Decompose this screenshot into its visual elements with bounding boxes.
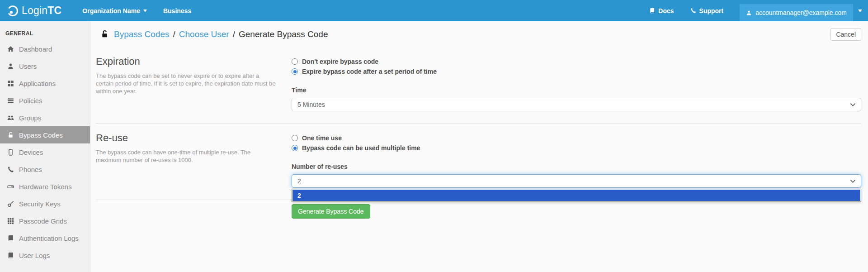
sidebar-item-label: Dashboard [19, 45, 52, 53]
radio-label: Expire bypass code after a set period of… [302, 68, 437, 75]
sidebar-item-groups[interactable]: Groups [0, 109, 90, 126]
reuse-radio-group: One time useBypass code can be used mult… [292, 134, 861, 152]
sidebar-item-dashboard[interactable]: Dashboard [0, 40, 90, 57]
number-of-reuses-label: Number of re-uses [292, 163, 861, 170]
sidebar-item-users[interactable]: Users [0, 57, 90, 75]
list-icon [6, 97, 15, 104]
sidebar-item-authentication-logs[interactable]: Authentication Logs [0, 229, 90, 247]
radio-selected-icon[interactable] [292, 68, 298, 75]
caret-down-icon [143, 10, 147, 12]
expiration-title: Expiration [96, 56, 283, 67]
reuse-radio-one-time-use[interactable]: One time use [292, 134, 861, 142]
plan-link[interactable]: Business [163, 7, 191, 14]
expiration-radio-don-t-expire-bypass-code[interactable]: Don't expire bypass code [292, 58, 861, 65]
support-label: Support [699, 7, 724, 14]
sidebar-item-applications[interactable]: Applications [0, 75, 90, 92]
reuse-count-select[interactable]: 2 [292, 174, 861, 188]
sidebar-item-bypass-codes[interactable]: Bypass Codes [0, 126, 90, 143]
sidebar-item-user-logs[interactable]: User Logs [0, 247, 90, 264]
docs-link[interactable]: Docs [649, 7, 674, 14]
form-footer: Generate Bypass Code [96, 200, 861, 219]
logintc-logo[interactable]: LoginTC [6, 5, 61, 17]
breadcrumb-choose-user[interactable]: Choose User [179, 29, 229, 39]
book-icon [649, 8, 655, 14]
radio-selected-icon[interactable] [292, 145, 298, 151]
chevron-down-icon [850, 180, 855, 183]
select-option-2[interactable]: 2 [292, 190, 860, 201]
sidebar-item-passcode-grids[interactable]: Passcode Grids [0, 212, 90, 229]
home-icon [6, 46, 15, 52]
sidebar-item-label: Hardware Tokens [19, 183, 71, 191]
sidebar-item-label: Policies [19, 97, 42, 105]
sidebar-item-label: Groups [19, 114, 41, 122]
sidebar: GENERAL DashboardUsersApplicationsPolici… [0, 21, 90, 272]
organization-dropdown[interactable]: Organization Name [82, 7, 147, 14]
sidebar-item-hardware-tokens[interactable]: Hardware Tokens [0, 178, 90, 195]
hdd-icon [6, 183, 15, 190]
expiration-description: The bypass code can be set to never expi… [96, 72, 277, 95]
key-icon [6, 200, 15, 207]
mobile-icon [6, 149, 15, 156]
navbar-right: Docs Support accountmanager@example.com [649, 0, 868, 21]
sidebar-nav: DashboardUsersApplicationsPoliciesGroups… [0, 40, 90, 264]
grid-large-icon [6, 80, 15, 87]
reuse-info: Re-use The bypass code can have one-time… [96, 124, 292, 188]
reuse-description: The bypass code can have one-time of mul… [96, 148, 277, 164]
sidebar-item-label: Phones [19, 166, 42, 173]
radio-unselected-icon[interactable] [292, 58, 298, 65]
users-icon [6, 115, 15, 121]
support-link[interactable]: Support [690, 7, 724, 14]
sidebar-item-label: Applications [19, 80, 56, 87]
main-content: Bypass Codes/Choose User/Generate Bypass… [90, 21, 868, 272]
phone-icon [690, 8, 696, 14]
expiration-controls: Don't expire bypass codeExpire bypass co… [292, 47, 861, 111]
sidebar-section-heading: GENERAL [5, 30, 90, 37]
sidebar-item-policies[interactable]: Policies [0, 92, 90, 109]
sidebar-item-label: Bypass Codes [19, 131, 63, 139]
sidebar-item-label: Authentication Logs [19, 234, 79, 242]
logintc-spiral-icon [6, 5, 19, 17]
time-select-value: 5 Minutes [297, 101, 325, 108]
brand-text: LoginTC [22, 5, 61, 17]
account-menu[interactable]: accountmanager@example.com [740, 4, 853, 21]
docs-label: Docs [658, 7, 674, 14]
reuse-select-dropdown: 2 [292, 189, 861, 202]
sidebar-item-label: Devices [19, 148, 43, 156]
reuse-count-value: 2 [297, 177, 301, 185]
grid-icon [6, 218, 15, 224]
sidebar-item-devices[interactable]: Devices [0, 143, 90, 161]
user-icon [6, 63, 15, 70]
radio-label: One time use [302, 134, 342, 142]
expiration-section: Expiration The bypass code can be set to… [96, 47, 861, 124]
reuse-section: Re-use The bypass code can have one-time… [96, 124, 861, 200]
phone-icon [6, 166, 15, 173]
sidebar-item-label: User Logs [19, 252, 50, 259]
radio-label: Bypass code can be used multiple time [302, 144, 420, 152]
time-label: Time [292, 86, 861, 94]
top-navbar: LoginTC Organization Name Business Docs … [0, 0, 868, 21]
cancel-button[interactable]: Cancel [830, 28, 861, 41]
reuse-controls: One time useBypass code can be used mult… [292, 124, 861, 188]
sidebar-item-label: Security Keys [19, 200, 61, 208]
breadcrumb: Bypass Codes/Choose User/Generate Bypass… [114, 29, 328, 39]
lock-open-icon [6, 132, 15, 138]
account-caret-icon[interactable] [858, 10, 862, 12]
breadcrumb-separator: / [233, 29, 235, 39]
generate-bypass-code-button[interactable]: Generate Bypass Code [292, 204, 370, 219]
sidebar-item-security-keys[interactable]: Security Keys [0, 195, 90, 212]
time-select[interactable]: 5 Minutes [292, 98, 861, 111]
organization-name-label: Organization Name [82, 7, 140, 14]
book-icon [6, 252, 15, 259]
reuse-radio-bypass-code-can-be-used-multiple-time[interactable]: Bypass code can be used multiple time [292, 144, 861, 152]
book-icon [6, 235, 15, 242]
sidebar-item-label: Passcode Grids [19, 217, 67, 225]
breadcrumb-bypass-codes[interactable]: Bypass Codes [114, 29, 170, 39]
expiration-radio-expire-bypass-code-after-a-set-period-of-time[interactable]: Expire bypass code after a set period of… [292, 68, 861, 75]
page-header: Bypass Codes/Choose User/Generate Bypass… [96, 21, 861, 47]
expiration-info: Expiration The bypass code can be set to… [96, 47, 292, 111]
expiration-radio-group: Don't expire bypass codeExpire bypass co… [292, 58, 861, 75]
sidebar-item-phones[interactable]: Phones [0, 161, 90, 178]
radio-unselected-icon[interactable] [292, 135, 298, 141]
account-email: accountmanager@example.com [755, 9, 847, 16]
radio-label: Don't expire bypass code [302, 58, 378, 65]
